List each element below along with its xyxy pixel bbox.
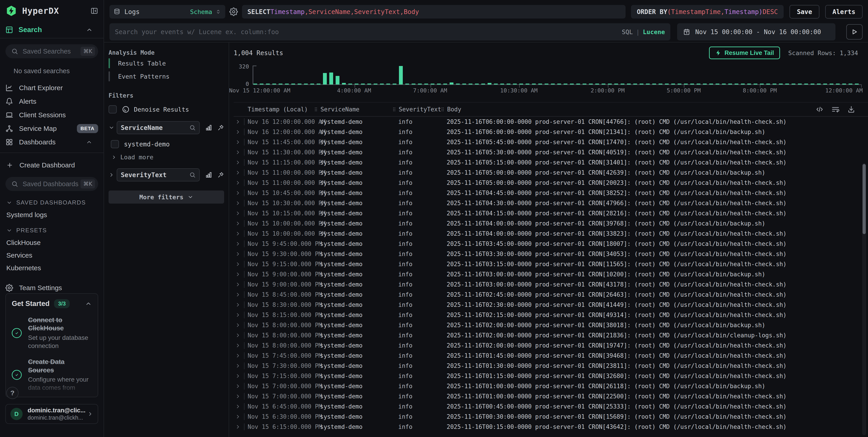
row-expand-icon[interactable] — [235, 119, 241, 125]
histogram-bar[interactable] — [450, 82, 454, 85]
row-expand-icon[interactable] — [235, 251, 241, 257]
row-expand-icon[interactable] — [235, 170, 241, 175]
histogram-bar[interactable] — [323, 73, 327, 85]
row-expand-icon[interactable] — [235, 200, 241, 206]
log-row[interactable]: Nov 15 9:45:00.000 PMsystemd-demoinfo202… — [234, 239, 868, 249]
row-expand-icon[interactable] — [235, 241, 241, 247]
facet-search-servicename[interactable]: ServiceName — [117, 121, 200, 134]
row-expand-icon[interactable] — [235, 261, 241, 267]
log-row[interactable]: Nov 15 8:00:00.000 PMsystemd-demoinfo202… — [234, 320, 868, 330]
row-expand-icon[interactable] — [235, 271, 241, 277]
log-row[interactable]: Nov 15 10:30:00.000 PMsystemd-demoinfo20… — [234, 198, 868, 208]
log-row[interactable]: Nov 15 9:15:00.000 PMsystemd-demoinfo202… — [234, 259, 868, 269]
denoise-results-option[interactable]: Denoise Results — [108, 105, 224, 113]
more-filters-button[interactable]: More filters — [108, 191, 224, 204]
select-columns-input[interactable]: SELECT Timestamp,ServiceName,SeverityTex… — [242, 5, 625, 19]
row-expand-icon[interactable] — [235, 363, 241, 369]
pin-icon[interactable] — [217, 124, 224, 131]
sidebar-item-search[interactable]: Search — [0, 22, 103, 38]
histogram-bar[interactable] — [329, 72, 333, 85]
column-severitytext[interactable]: SeverityText — [392, 106, 441, 113]
saved-searches-input[interactable]: ⌘K — [5, 44, 98, 58]
sidebar-item-chart-explorer[interactable]: Chart Explorer — [5, 81, 98, 95]
log-row[interactable]: Nov 15 8:45:00.000 PMsystemd-demoinfo202… — [234, 290, 868, 300]
chevron-up-icon[interactable] — [85, 300, 92, 307]
saved-dashboards-field[interactable] — [23, 180, 81, 188]
sidebar-item-alerts[interactable]: Alerts — [5, 95, 98, 108]
log-row[interactable]: Nov 15 8:00:00.000 PMsystemd-demoinfo202… — [234, 330, 868, 340]
histogram-bar[interactable] — [488, 83, 491, 85]
scrollbar-thumb[interactable] — [863, 164, 866, 234]
event-search-box[interactable]: SQL|Lucene — [110, 23, 670, 40]
row-expand-icon[interactable] — [235, 332, 241, 338]
sidebar-item-team-settings[interactable]: Team Settings — [5, 284, 98, 292]
help-button[interactable]: ? — [6, 387, 19, 399]
log-row[interactable]: Nov 15 11:45:00.000 PMsystemd-demoinfo20… — [234, 137, 868, 147]
log-row[interactable]: Nov 15 6:45:00.000 PMsystemd-demoinfo202… — [234, 401, 868, 411]
row-expand-icon[interactable] — [235, 221, 241, 226]
log-row[interactable]: Nov 15 11:30:00.000 PMsystemd-demoinfo20… — [234, 147, 868, 157]
row-expand-icon[interactable] — [235, 292, 241, 298]
get-started-step-sources[interactable]: Create Data Sources Configure where your… — [12, 358, 92, 392]
wrap-lines-icon[interactable] — [831, 105, 839, 113]
log-row[interactable]: Nov 15 10:00:00.000 PMsystemd-demoinfo20… — [234, 218, 868, 229]
log-row[interactable]: Nov 15 7:00:00.000 PMsystemd-demoinfo202… — [234, 381, 868, 391]
facet-chart-icon[interactable] — [205, 124, 212, 131]
dashboard-item-systemd-logs[interactable]: Systemd logs — [5, 206, 98, 219]
user-profile[interactable]: D dominic.tran@clic... dominic.tran@clic… — [5, 404, 98, 424]
log-row[interactable]: Nov 15 7:15:00.000 PMsystemd-demoinfo202… — [234, 371, 868, 381]
log-row[interactable]: Nov 15 9:00:00.000 PMsystemd-demoinfo202… — [234, 269, 868, 279]
dashboard-item-clickhouse[interactable]: ClickHouse — [5, 234, 98, 246]
column-body[interactable]: Body — [440, 106, 461, 113]
row-expand-icon[interactable] — [235, 139, 241, 145]
chevron-right-icon[interactable] — [108, 172, 115, 178]
log-row[interactable]: Nov 15 7:00:00.000 PMsystemd-demoinfo202… — [234, 391, 868, 401]
source-select[interactable]: Logs Schema — [110, 5, 225, 19]
column-timestamp[interactable]: Timestamp (Local) — [248, 106, 308, 113]
row-expand-icon[interactable] — [235, 404, 241, 409]
save-button[interactable]: Save — [789, 5, 819, 19]
row-expand-icon[interactable] — [235, 281, 241, 288]
row-expand-icon[interactable] — [235, 393, 241, 399]
row-expand-icon[interactable] — [235, 210, 241, 216]
row-expand-icon[interactable] — [235, 373, 241, 379]
facet-value-checkbox[interactable] — [111, 140, 119, 148]
log-row[interactable]: Nov 15 10:00:00.000 PMsystemd-demoinfo20… — [234, 229, 868, 239]
lucene-toggle[interactable]: Lucene — [643, 29, 665, 35]
histogram-bar[interactable] — [399, 66, 403, 85]
histogram-bar[interactable] — [336, 76, 339, 85]
log-row[interactable]: Nov 15 6:30:00.000 PMsystemd-demoinfo202… — [234, 411, 868, 422]
log-row[interactable]: Nov 15 7:30:00.000 PMsystemd-demoinfo202… — [234, 361, 868, 371]
mode-results-table[interactable]: Results Table — [108, 57, 224, 69]
log-row[interactable]: Nov 15 11:15:00.000 PMsystemd-demoinfo20… — [234, 157, 868, 167]
code-view-icon[interactable] — [815, 105, 824, 113]
resume-live-tail-button[interactable]: Resume Live Tail — [709, 46, 780, 59]
row-expand-icon[interactable] — [235, 322, 241, 328]
row-expand-icon[interactable] — [235, 342, 241, 348]
log-row[interactable]: Nov 15 9:30:00.000 PMsystemd-demoinfo202… — [234, 249, 868, 259]
log-row[interactable]: Nov 15 10:45:00.000 PMsystemd-demoinfo20… — [234, 188, 868, 198]
dashboard-item-services[interactable]: Services — [5, 246, 98, 259]
query-language-toggle[interactable]: SQL|Lucene — [622, 29, 665, 35]
histogram-bar[interactable] — [342, 83, 346, 85]
saved-searches-field[interactable] — [23, 48, 81, 55]
facet-search-severitytext[interactable]: SeverityText — [117, 168, 200, 181]
sql-toggle[interactable]: SQL — [622, 29, 633, 35]
log-row[interactable]: Nov 15 9:00:00.000 PMsystemd-demoinfo202… — [234, 279, 868, 290]
sidebar-item-service-map[interactable]: Service Map BETA — [5, 122, 98, 135]
log-row[interactable]: Nov 15 8:30:00.000 PMsystemd-demoinfo202… — [234, 300, 868, 310]
download-icon[interactable] — [847, 105, 855, 113]
drag-grip-icon[interactable] — [440, 107, 445, 112]
row-expand-icon[interactable] — [235, 383, 241, 389]
log-row[interactable]: Nov 15 11:00:00.000 PMsystemd-demoinfo20… — [234, 167, 868, 178]
sidebar-item-dashboards[interactable]: Dashboards — [5, 135, 98, 149]
drag-grip-icon[interactable] — [392, 107, 397, 112]
saved-dashboards-group[interactable]: SAVED DASHBOARDS — [6, 199, 98, 206]
saved-dashboards-input[interactable]: ⌘K — [5, 177, 98, 191]
row-expand-icon[interactable] — [235, 312, 241, 318]
chevron-up-icon[interactable] — [86, 139, 92, 145]
row-expand-icon[interactable] — [235, 129, 241, 135]
log-row[interactable]: Nov 15 6:15:00.000 PMsystemd-demoinfo202… — [234, 422, 868, 431]
chevron-down-icon[interactable] — [108, 125, 115, 131]
log-row[interactable]: Nov 15 8:00:00.000 PMsystemd-demoinfo202… — [234, 340, 868, 350]
